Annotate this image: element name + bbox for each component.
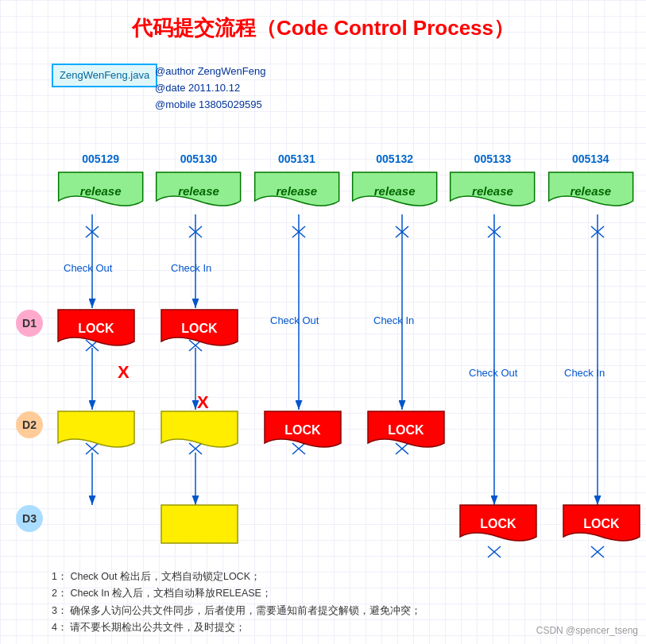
svg-line-20 — [189, 226, 202, 237]
lock-text-d2-1: LOCK — [388, 423, 424, 438]
version-1: 005130 — [149, 152, 247, 165]
info-text: @author ZengWenFeng @date 2011.10.12 @mo… — [155, 64, 265, 113]
lock-box-d2-0: LOCK — [263, 410, 342, 451]
watermark: CSDN @spencer_tseng — [536, 625, 638, 636]
info-box: ZengWenFeng.java — [52, 64, 157, 87]
lock-box-d2-1: LOCK — [366, 410, 446, 451]
checkout1-label: Check Out — [64, 262, 112, 274]
svg-line-19 — [189, 226, 202, 237]
lock-text-d2-0: LOCK — [284, 423, 320, 438]
main-title: 代码提交流程（Code Control Process） — [0, 0, 646, 42]
svg-line-23 — [396, 226, 408, 237]
mobile-text: @mobile 13805029595 — [155, 97, 265, 114]
lock-box-d3-0: LOCK — [458, 503, 538, 545]
release-text-2: release — [276, 184, 317, 198]
x1-label: X — [118, 362, 130, 383]
version-4: 005133 — [443, 152, 541, 165]
release-banner-0: release — [56, 171, 145, 212]
x2-label: X — [197, 392, 209, 413]
lock-box-d1-0: LOCK — [56, 308, 136, 349]
date-text: @date 2011.10.12 — [155, 80, 265, 97]
release-banner-5: release — [547, 171, 635, 212]
author-text: @author ZengWenFeng — [155, 64, 265, 80]
release-text-1: release — [178, 184, 219, 198]
svg-line-25 — [488, 226, 501, 237]
checkout2-label: Check Out — [270, 314, 319, 326]
version-0: 005129 — [52, 152, 149, 165]
svg-line-43 — [591, 546, 604, 557]
lock-text-d1-1: LOCK — [181, 322, 217, 336]
release-banner-3: release — [350, 171, 439, 212]
lock-box-d3-1: LOCK — [562, 503, 641, 545]
version-3: 005132 — [346, 152, 443, 165]
work-box-d2-1 — [160, 410, 239, 451]
svg-line-26 — [488, 226, 501, 237]
checkin1-label: Check In — [171, 262, 211, 274]
svg-rect-45 — [161, 505, 238, 543]
svg-line-18 — [86, 226, 99, 237]
checkin3-label: Check In — [564, 367, 605, 379]
release-banner-1: release — [154, 171, 242, 212]
footer-note-2: 3： 确保多人访问公共文件同步，后者使用，需要通知前者提交解锁，避免冲突； — [52, 603, 421, 619]
footer-notes: 1： Check Out 检出后，文档自动锁定LOCK； 2： Check In… — [52, 569, 421, 636]
svg-line-28 — [591, 226, 604, 237]
release-text-0: release — [80, 184, 122, 198]
svg-line-42 — [488, 546, 501, 557]
svg-line-44 — [591, 546, 604, 557]
lock-text-d3-0: LOCK — [480, 517, 516, 531]
footer-note-0: 1： Check Out 检出后，文档自动锁定LOCK； — [52, 569, 421, 585]
release-text-3: release — [374, 184, 416, 198]
lock-text-d1-0: LOCK — [78, 322, 114, 336]
work-box-d3-0 — [160, 503, 239, 545]
footer-note-3: 4： 请不要长期检出公共文件，及时提交； — [52, 619, 421, 636]
release-banner-2: release — [253, 171, 341, 212]
lock-box-d1-1: LOCK — [160, 308, 239, 349]
checkout3-label: Check Out — [469, 367, 517, 379]
svg-line-24 — [396, 226, 408, 237]
release-text-4: release — [472, 184, 513, 198]
lock-text-d3-1: LOCK — [583, 517, 619, 531]
version-2: 005131 — [248, 152, 346, 165]
checkin2-label: Check In — [373, 314, 414, 326]
work-box-d2-0 — [56, 410, 136, 451]
version-5: 005134 — [542, 152, 640, 165]
d2-label: D2 — [16, 411, 43, 438]
release-banner-4: release — [448, 171, 536, 212]
d3-label: D3 — [16, 505, 43, 532]
svg-line-21 — [292, 226, 305, 237]
svg-line-41 — [488, 546, 501, 557]
release-text-5: release — [570, 184, 611, 198]
d1-label: D1 — [16, 310, 43, 337]
footer-note-1: 2： Check In 检入后，文档自动释放RELEASE； — [52, 585, 421, 602]
versions-row: 005129 005130 005131 005132 005133 00513… — [52, 152, 640, 165]
releases-row: release release release release release … — [52, 171, 640, 212]
filename-label: ZengWenFeng.java — [60, 69, 149, 81]
svg-line-22 — [292, 226, 305, 237]
svg-line-27 — [591, 226, 604, 237]
svg-line-17 — [86, 226, 99, 237]
